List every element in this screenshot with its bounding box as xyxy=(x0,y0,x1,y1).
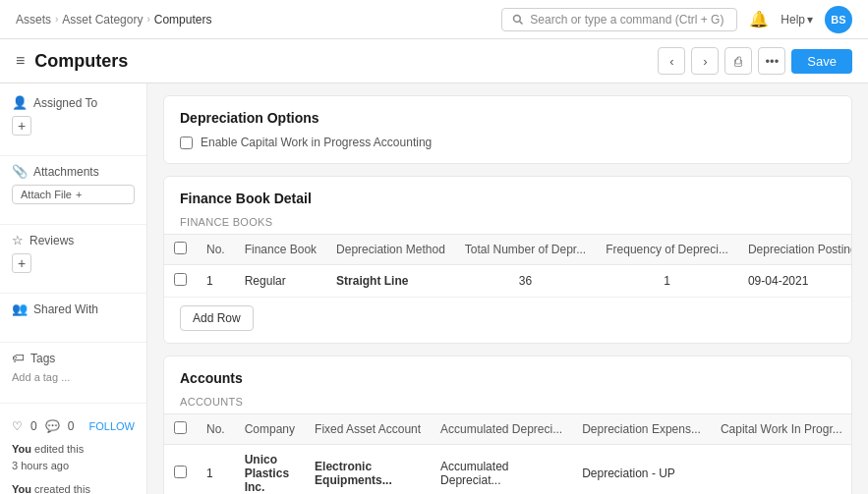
activity-1: You edited this 3 hours ago xyxy=(12,441,135,473)
more-button[interactable]: ••• xyxy=(758,47,785,75)
fb-row-posting: 09-04-2021 xyxy=(738,265,852,298)
divider-3 xyxy=(0,293,146,294)
reviews-label: ☆ Reviews xyxy=(12,233,135,247)
fb-row-no: 1 xyxy=(197,265,235,298)
people-icon: 👥 xyxy=(12,302,28,316)
help-button[interactable]: Help ▾ xyxy=(781,13,813,27)
fb-row-frequency: 1 xyxy=(596,265,738,298)
ac-row-company: Unico Plastics Inc. xyxy=(235,445,305,495)
tags-label: 🏷 Tags xyxy=(12,351,135,365)
attachments-label: 📎 Attachments xyxy=(12,164,135,179)
fb-col-frequency: Frequency of Depreci... xyxy=(596,235,738,265)
sidebar: 👤 Assigned To + 📎 Attachments Attach Fil… xyxy=(0,83,147,494)
ac-row-select[interactable] xyxy=(174,466,187,478)
svg-line-1 xyxy=(520,21,523,24)
person-icon: 👤 xyxy=(12,95,28,110)
save-button[interactable]: Save xyxy=(791,49,852,74)
sidebar-reviews-section: ☆ Reviews + xyxy=(0,233,146,285)
ac-select-all[interactable] xyxy=(174,421,187,434)
print-button[interactable]: ⎙ xyxy=(724,47,752,75)
breadcrumb-assets[interactable]: Assets xyxy=(16,13,51,27)
plus-icon: + xyxy=(76,189,82,200)
capital-work-checkbox-row: Enable Capital Work in Progress Accounti… xyxy=(164,136,851,163)
help-chevron-icon: ▾ xyxy=(807,13,813,27)
ac-col-checkbox xyxy=(164,414,197,445)
sidebar-toggle-icon[interactable]: ≡ xyxy=(16,52,25,70)
depreciation-options-title: Depreciation Options xyxy=(164,96,851,136)
fb-col-method: Depreciation Method xyxy=(326,235,455,265)
capital-work-label: Enable Capital Work in Progress Accounti… xyxy=(201,136,432,149)
divider-5 xyxy=(0,403,146,404)
add-tag-button[interactable]: Add a tag ... xyxy=(12,371,135,383)
ac-row-dep-expense: Depreciation - UP xyxy=(572,445,711,495)
ac-row-checkbox xyxy=(164,445,197,495)
ac-col-no: No. xyxy=(197,414,235,445)
like-row: ♡ 0 💬 0 FOLLOW xyxy=(12,419,135,433)
depreciation-options-card: Depreciation Options Enable Capital Work… xyxy=(163,95,852,164)
search-placeholder: Search or type a command (Ctrl + G) xyxy=(530,13,723,27)
fb-row-finance-book: Regular xyxy=(235,265,326,298)
finance-book-title: Finance Book Detail xyxy=(164,177,851,216)
ac-col-capital-work: Capital Work In Progr... xyxy=(711,414,852,445)
finance-book-table: No. Finance Book Depreciation Method Tot… xyxy=(164,234,852,298)
page-header: ≡ Computers ‹ › ⎙ ••• Save xyxy=(0,39,868,83)
accounts-title: Accounts xyxy=(164,357,851,396)
sidebar-tags-section: 🏷 Tags Add a tag ... xyxy=(0,351,146,395)
activity-2: You created this 2 days ago xyxy=(12,481,135,494)
nav-next-button[interactable]: › xyxy=(691,47,719,75)
fb-row-method: Straight Line xyxy=(326,265,455,298)
accounts-label: Accounts xyxy=(164,396,851,413)
comment-icon[interactable]: 💬 xyxy=(45,419,60,433)
fb-row-total: 36 xyxy=(455,265,596,298)
ac-col-accumulated: Accumulated Depreci... xyxy=(431,414,572,445)
sidebar-footer: ♡ 0 💬 0 FOLLOW You edited this 3 hours a… xyxy=(0,412,146,494)
chevron-right-icon: › xyxy=(703,54,707,69)
accounts-card: Accounts Accounts No. Company Fixed Asse… xyxy=(163,356,852,494)
shared-with-label: 👥 Shared With xyxy=(12,302,135,316)
follow-button[interactable]: FOLLOW xyxy=(89,420,135,432)
more-icon: ••• xyxy=(766,54,780,69)
add-assigned-to-button[interactable]: + xyxy=(12,116,31,136)
header-actions: ‹ › ⎙ ••• Save xyxy=(658,47,852,75)
ac-row-accumulated: Accumulated Depreciat... xyxy=(431,445,572,495)
heart-icon[interactable]: ♡ xyxy=(12,419,23,433)
sidebar-shared-with-section: 👥 Shared With xyxy=(0,302,146,334)
print-icon: ⎙ xyxy=(734,54,742,69)
bell-icon[interactable]: 🔔 xyxy=(749,10,769,28)
star-icon: ☆ xyxy=(12,233,24,247)
avatar: BS xyxy=(825,6,852,33)
ac-row-fixed-asset: Electronic Equipments... xyxy=(305,445,431,495)
paperclip-icon: 📎 xyxy=(12,164,28,179)
ac-col-dep-expense: Depreciation Expens... xyxy=(572,414,711,445)
accounts-header-row: No. Company Fixed Asset Account Accumula… xyxy=(164,414,852,445)
chevron-left-icon: ‹ xyxy=(669,54,673,69)
breadcrumb: Assets › Asset Category › Computers xyxy=(16,13,211,27)
add-review-button[interactable]: + xyxy=(12,253,31,273)
ac-row-capital-work xyxy=(711,445,852,495)
page-title-area: ≡ Computers xyxy=(16,51,128,72)
breadcrumb-sep-1: › xyxy=(55,14,58,25)
fb-col-total: Total Number of Depr... xyxy=(455,235,596,265)
fb-col-posting: Depreciation Posting ... xyxy=(738,235,852,265)
assigned-to-label: 👤 Assigned To xyxy=(12,95,135,110)
table-row: 1 Unico Plastics Inc. Electronic Equipme… xyxy=(164,445,852,495)
search-icon xyxy=(512,14,524,26)
fb-row-select[interactable] xyxy=(174,273,187,286)
finance-books-label: Finance Books xyxy=(164,216,851,234)
topbar: Assets › Asset Category › Computers Sear… xyxy=(0,0,868,39)
sidebar-assigned-to-section: 👤 Assigned To + xyxy=(0,95,146,147)
finance-book-add-row-button[interactable]: Add Row xyxy=(180,305,254,331)
sidebar-attachments-section: 📎 Attachments Attach File + xyxy=(0,164,146,216)
accounts-table: No. Company Fixed Asset Account Accumula… xyxy=(164,413,852,494)
search-bar[interactable]: Search or type a command (Ctrl + G) xyxy=(501,8,737,31)
attach-file-button[interactable]: Attach File + xyxy=(12,185,135,204)
breadcrumb-asset-category[interactable]: Asset Category xyxy=(62,13,143,27)
capital-work-checkbox[interactable] xyxy=(180,137,193,149)
finance-book-header-row: No. Finance Book Depreciation Method Tot… xyxy=(164,235,852,265)
svg-point-0 xyxy=(514,15,521,22)
fb-col-finance-book: Finance Book xyxy=(235,235,326,265)
finance-book-card: Finance Book Detail Finance Books No. Fi… xyxy=(163,176,852,344)
divider-4 xyxy=(0,342,146,343)
nav-prev-button[interactable]: ‹ xyxy=(658,47,685,75)
fb-select-all[interactable] xyxy=(174,242,187,254)
